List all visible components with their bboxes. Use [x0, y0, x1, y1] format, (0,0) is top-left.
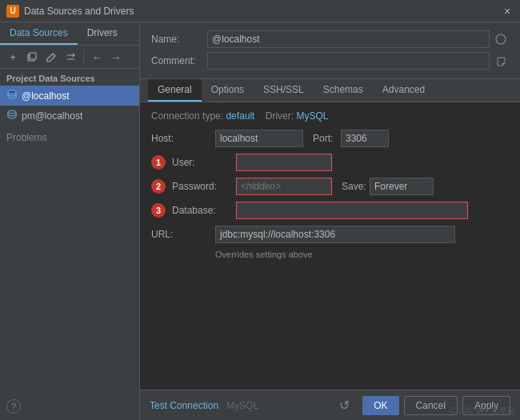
tab-content-general: Connection type: default Driver: MySQL H… [140, 102, 520, 390]
tree-item-localhost[interactable]: @localhost [0, 86, 139, 106]
user-input[interactable] [236, 154, 332, 171]
close-button[interactable]: × [501, 5, 514, 18]
driver-value: MySQL [296, 110, 328, 122]
main-layout: Data Sources Drivers + [0, 22, 520, 420]
comment-label: Comment: [151, 55, 207, 66]
database-input[interactable] [236, 202, 468, 219]
title-bar-text: Data Sources and Drivers [24, 6, 501, 17]
host-input[interactable] [215, 130, 303, 147]
password-row: 2 Password: Save: [151, 178, 509, 195]
user-row: 1 User: [151, 154, 509, 171]
toolbar-separator [83, 50, 84, 63]
badge-2: 2 [151, 179, 166, 194]
comment-expand-icon [496, 56, 506, 66]
password-input[interactable] [236, 178, 332, 195]
right-panel: Name: Comment: [140, 22, 520, 420]
back-button[interactable]: ← [89, 49, 105, 65]
name-comment-area: Name: Comment: [140, 22, 520, 79]
name-status-icon [495, 34, 506, 45]
port-input[interactable] [341, 130, 389, 147]
password-label: Password: [172, 181, 236, 192]
apply-button[interactable]: Apply [462, 396, 510, 415]
save-input[interactable] [370, 178, 434, 195]
badge-1: 1 [151, 155, 166, 170]
badge-3: 3 [151, 203, 166, 218]
url-label: URL: [151, 229, 215, 240]
url-row: URL: [151, 226, 509, 243]
name-input[interactable] [207, 30, 490, 48]
tab-schemas[interactable]: Schemas [314, 79, 373, 102]
edit-button[interactable] [43, 49, 59, 65]
forward-button[interactable]: → [108, 49, 124, 65]
tab-data-sources[interactable]: Data Sources [0, 22, 78, 45]
port-label: Port: [313, 133, 341, 144]
database-label: Database: [172, 205, 236, 216]
help-button[interactable]: ? [6, 399, 21, 414]
tree-item-localhost-label: @localhost [22, 90, 70, 102]
title-bar: U Data Sources and Drivers × [0, 0, 520, 22]
add-button[interactable]: + [5, 49, 21, 65]
name-label: Name: [151, 34, 207, 45]
move-button[interactable] [62, 49, 78, 65]
refresh-icon[interactable]: ↺ [339, 398, 350, 413]
problems-section: Problems [0, 126, 139, 150]
comment-input[interactable] [207, 52, 490, 70]
left-panel: Data Sources Drivers + [0, 22, 140, 420]
user-label: User: [172, 157, 236, 168]
comment-row: Comment: [151, 52, 509, 70]
tab-general[interactable]: General [148, 79, 202, 102]
content-tabs: General Options SSH/SSL Schemas Advanced [140, 79, 520, 102]
app-icon: U [6, 5, 19, 18]
name-row: Name: [151, 30, 509, 48]
host-port-row: Host: Port: [151, 130, 509, 147]
cancel-button[interactable]: Cancel [404, 396, 458, 415]
copy-button[interactable] [24, 49, 40, 65]
url-note: Overrides settings above [215, 250, 509, 259]
url-input[interactable] [215, 226, 455, 243]
host-label: Host: [151, 133, 215, 144]
tab-advanced[interactable]: Advanced [373, 79, 434, 102]
db-icon-pm-localhost [6, 109, 18, 122]
test-connection-button[interactable]: Test Connection [150, 400, 218, 411]
ok-button[interactable]: OK [362, 396, 398, 415]
db-icon-localhost [6, 89, 18, 102]
driver-label: Driver: [266, 110, 294, 122]
tab-ssh-ssl[interactable]: SSH/SSL [254, 79, 314, 102]
left-tabs-row: Data Sources Drivers [0, 22, 139, 46]
svg-point-3 [8, 110, 16, 114]
svg-point-4 [496, 34, 506, 44]
tree-item-pm-localhost-label: pm@localhost [22, 110, 82, 122]
conn-type-value: default [226, 110, 254, 122]
project-data-sources-header: Project Data Sources [0, 69, 139, 86]
left-toolbar: + ← → [0, 46, 139, 69]
database-row: 3 Database: [151, 202, 509, 219]
tab-options[interactable]: Options [202, 79, 254, 102]
svg-rect-1 [30, 53, 36, 59]
svg-point-2 [8, 90, 16, 94]
bottom-bar: Test Connection MySQL ↺ OK Cancel Apply [140, 390, 520, 420]
conn-type-label: Connection type: [151, 110, 223, 122]
save-label: Save: [342, 181, 370, 192]
mysql-label: MySQL [226, 400, 258, 411]
conn-type-row: Connection type: default Driver: MySQL [151, 110, 509, 122]
tab-drivers[interactable]: Drivers [78, 22, 127, 45]
tree-item-pm-localhost[interactable]: pm@localhost [0, 106, 139, 126]
